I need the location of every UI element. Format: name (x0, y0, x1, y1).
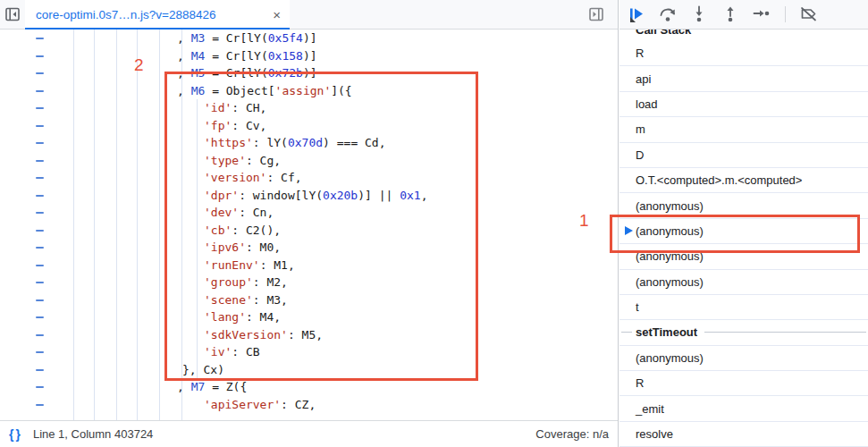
wrapped-line-gutter-marker (36, 247, 44, 249)
toggle-debugger-sidebar-button[interactable] (584, 3, 609, 26)
call-stack-frame[interactable]: api (619, 66, 868, 91)
wrapped-line-gutter-marker (36, 38, 44, 39)
async-rule (621, 332, 632, 333)
call-stack-frame[interactable]: (anonymous) (619, 270, 868, 295)
frame-label: (anonymous) (636, 199, 704, 213)
wrapped-line-gutter-marker (36, 299, 44, 301)
code-line[interactable]: 'scene': M3, (0, 291, 618, 309)
code-line[interactable]: 'apiServer': CZ, (0, 396, 618, 414)
frame-label: api (636, 72, 651, 86)
resume-script-execution-button[interactable] (627, 4, 646, 24)
step-over-button[interactable] (658, 4, 678, 24)
tab-close-icon[interactable]: × (273, 8, 281, 21)
code-line[interactable]: 'dev': Cn, (0, 204, 618, 222)
call-stack-frame[interactable]: (anonymous) (619, 244, 868, 269)
call-stack-header-label: Call Stack (619, 30, 868, 37)
file-tab[interactable]: core-optimi.0s7…n.js?v=2888426 × (25, 0, 290, 30)
wrapped-line-gutter-marker (36, 177, 44, 179)
resume-icon (627, 4, 646, 24)
wrapped-line-gutter-marker (36, 351, 44, 353)
wrapped-line-gutter-marker (36, 160, 44, 162)
code-line[interactable]: , M3 = Cr[lY(0x5f4)] (0, 30, 618, 47)
code-line[interactable]: , M5 = Cr[lY(0x72b)] (0, 64, 618, 82)
code-editor[interactable]: , M3 = Cr[lY(0x5f4)], M4 = Cr[lY(0x158)]… (0, 30, 618, 420)
code-line[interactable]: 'iv': CB (0, 343, 618, 361)
wrapped-line-gutter-marker (36, 369, 44, 371)
wrapped-line-gutter-marker (36, 125, 44, 127)
pretty-print-icon[interactable]: {} (9, 427, 22, 442)
code-line[interactable]: , M6 = Object['assign']({ (0, 82, 618, 100)
cursor-position-label: Line 1, Column 403724 (33, 427, 153, 441)
toggle-navigator-sidebar-button[interactable] (0, 3, 25, 26)
code-line[interactable]: 'ipv6': M0, (0, 239, 618, 257)
call-stack-frame[interactable]: load (619, 92, 868, 117)
file-tab-title: core-optimi.0s7…n.js?v=2888426 (36, 8, 216, 21)
call-stack-frame[interactable]: R (619, 41, 868, 66)
call-stack-frame[interactable]: R (619, 371, 868, 396)
frame-label: (anonymous) (636, 275, 704, 289)
toolbar-divider (785, 6, 786, 22)
step-out-button[interactable] (721, 4, 740, 24)
call-stack-frame[interactable]: O.T.<computed>.m.<computed> (619, 168, 868, 193)
frame-label: O.T.<computed>.m.<computed> (636, 173, 802, 187)
call-stack-section-header[interactable]: Call Stack (619, 30, 868, 42)
async-frame-label: setTimeout (632, 325, 704, 339)
wrapped-line-gutter-marker (36, 265, 44, 266)
frame-label: R (636, 376, 644, 390)
call-stack-async-separator[interactable]: setTimeout (619, 320, 868, 345)
wrapped-line-gutter-marker (36, 142, 44, 144)
code-line[interactable]: 'lang': M4, (0, 308, 618, 326)
call-stack-list: RapiloadmDO.T.<computed>.m.<computed>(an… (619, 41, 868, 447)
step-over-icon (658, 4, 678, 24)
code-line[interactable]: 'sdkVersion': M5, (0, 326, 618, 344)
call-stack-frame[interactable]: D (619, 143, 868, 168)
frame-label: _emit (636, 402, 664, 416)
step-button[interactable] (752, 4, 771, 24)
show-right-sidebar-icon (587, 5, 605, 23)
wrapped-line-gutter-marker (36, 334, 44, 336)
code-line[interactable]: }, Cx) (0, 361, 618, 379)
deactivate-breakpoints-button[interactable] (799, 4, 819, 24)
devtools-sources-panel: core-optimi.0s7…n.js?v=2888426 × (0, 0, 868, 447)
frame-label: D (636, 148, 644, 162)
code-line[interactable]: 'group': M2, (0, 274, 618, 291)
step-into-icon (689, 4, 709, 24)
wrapped-line-gutter-marker (36, 386, 44, 388)
editor-status-bar: {} Line 1, Column 403724 Coverage: n/a (0, 420, 618, 447)
step-into-button[interactable] (689, 4, 709, 24)
call-stack-frame[interactable]: m (619, 117, 868, 142)
wrapped-line-gutter-marker (36, 212, 44, 214)
wrapped-line-gutter-marker (36, 230, 44, 232)
frame-label: resolve (636, 427, 673, 441)
frame-label: t (636, 300, 639, 314)
call-stack-frame[interactable]: t (619, 295, 868, 320)
code-line[interactable]: 'fp': Cv, (0, 117, 618, 135)
frame-label: R (636, 46, 644, 60)
code-line[interactable]: 'cb': C2(), (0, 222, 618, 240)
code-line[interactable]: , M4 = Cr[lY(0x158)] (0, 47, 618, 65)
call-stack-frame[interactable]: (anonymous) (619, 193, 868, 218)
frame-label: load (636, 97, 658, 111)
wrapped-line-gutter-marker (36, 107, 44, 109)
wrapped-line-gutter-marker (36, 404, 44, 406)
wrapped-line-gutter-marker (36, 55, 44, 57)
frame-label: (anonymous) (636, 249, 704, 263)
call-stack-frame[interactable]: _emit (619, 396, 868, 421)
frame-label: (anonymous) (636, 224, 704, 238)
call-stack-frame[interactable]: (anonymous) (619, 219, 868, 244)
code-line[interactable]: 'https': lY(0x70d) === Cd, (0, 134, 618, 152)
code-line[interactable]: 'id': CH, (0, 99, 618, 117)
coverage-label: Coverage: n/a (535, 427, 618, 441)
async-rule (704, 332, 866, 333)
wrapped-line-gutter-marker (36, 282, 44, 283)
call-stack-frame[interactable]: (anonymous) (619, 346, 868, 371)
code-line[interactable]: 'type': Cg, (0, 152, 618, 170)
code-line[interactable]: 'dpr': window[lY(0x20b)] || 0x1, (0, 187, 618, 205)
wrapped-line-gutter-marker (36, 90, 44, 92)
code-line[interactable]: , M7 = Z({ (0, 378, 618, 396)
editor-pane: core-optimi.0s7…n.js?v=2888426 × (0, 0, 619, 447)
code-line[interactable]: 'version': Cf, (0, 169, 618, 187)
code-line[interactable]: 'runEnv': M1, (0, 257, 618, 274)
wrapped-line-gutter-marker (36, 72, 44, 74)
call-stack-frame[interactable]: resolve (619, 422, 868, 447)
